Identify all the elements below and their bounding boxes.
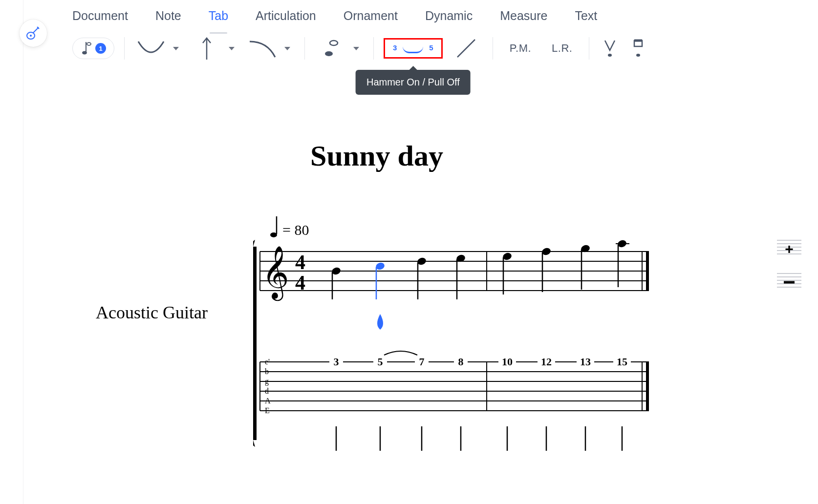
palm-mute-button[interactable]: P.M. (503, 38, 538, 59)
tab-fret-m2-4: 15 (617, 356, 627, 368)
treble-staff: 𝄞 4 4 (260, 239, 649, 301)
svg-point-4 (330, 41, 338, 45)
tab-string-4: d (265, 387, 269, 395)
tab-fret-m1-4: 8 (458, 356, 464, 368)
bend-icon (247, 38, 278, 59)
menu-articulation[interactable]: Articulation (256, 9, 316, 23)
system-bracket (253, 247, 257, 440)
tooltip: Hammer On / Pull Off (356, 70, 471, 95)
note-m1-4 (455, 253, 466, 299)
ghost-note-button[interactable] (315, 35, 348, 62)
score-title: Sunny day (23, 139, 730, 173)
note-m2-4 (617, 239, 627, 287)
menu-ornament[interactable]: Ornament (344, 9, 398, 23)
time-sig-bottom: 4 (295, 272, 305, 294)
tab-fret-m2-1: 10 (502, 356, 513, 368)
remove-measure-button[interactable] (777, 273, 801, 292)
upstroke-button[interactable] (190, 35, 223, 62)
score-view: = 80 (253, 216, 659, 490)
menu-dynamic[interactable]: Dynamic (425, 9, 473, 23)
tab-string-5: A (265, 397, 271, 405)
svg-point-5 (325, 51, 333, 56)
upbow-button[interactable] (599, 35, 621, 62)
upstroke-dropdown[interactable] (224, 35, 239, 62)
svg-point-1 (82, 51, 87, 55)
slur-small-icon (403, 46, 423, 53)
slide-icon (454, 37, 478, 60)
slur-button[interactable] (134, 35, 168, 62)
svg-rect-19 (646, 252, 649, 291)
ghost-note-icon (323, 38, 340, 59)
bend-dropdown[interactable] (280, 35, 295, 62)
note-m2-3 (580, 244, 591, 290)
guitar-icon (26, 26, 41, 41)
svg-line-6 (457, 40, 475, 57)
treble-clef-icon: 𝄞 (262, 246, 289, 301)
tab-staff: e' b g d A E 3 5 7 (260, 351, 649, 451)
tab-fret-m1-3: 7 (419, 356, 425, 368)
app-logo[interactable] (20, 20, 47, 47)
toolbar: 1 (23, 32, 818, 65)
tab-fret-m2-3: 13 (580, 356, 591, 368)
note-icon (81, 41, 91, 56)
menu-tab[interactable]: Tab (209, 9, 228, 23)
let-ring-button[interactable]: L.R. (545, 38, 579, 59)
svg-point-9 (636, 54, 640, 57)
voice-badge: 1 (95, 43, 106, 54)
tab-fret-m1-1: 3 (334, 356, 339, 368)
up-arrow-icon (201, 36, 213, 61)
tab-fret-m2-2: 12 (541, 356, 552, 368)
tempo-text: = 80 (282, 222, 309, 238)
svg-point-65 (30, 35, 32, 37)
tab-hopo-arc (384, 351, 417, 355)
note-m2-2 (541, 247, 552, 292)
svg-point-7 (608, 54, 612, 57)
voice-selector[interactable]: 1 (72, 38, 114, 59)
downbow-button[interactable] (627, 35, 649, 62)
menu-document[interactable]: Document (72, 9, 128, 23)
svg-point-11 (270, 232, 277, 237)
menubar: Document Note Tab Articulation Ornament … (23, 0, 818, 32)
tab-string-6: E (265, 406, 270, 415)
add-measure-button[interactable]: + (777, 240, 801, 258)
hopo-to: 5 (429, 43, 433, 52)
score-canvas[interactable]: Sunny day Acoustic Guitar + (23, 65, 818, 504)
tab-string-2: b (265, 367, 269, 376)
hopo-from: 3 (393, 43, 397, 52)
instrument-label: Acoustic Guitar (96, 302, 208, 323)
bend-button[interactable] (246, 35, 279, 62)
svg-rect-46 (646, 362, 649, 411)
downbow-icon (631, 39, 645, 58)
upbow-icon (603, 39, 617, 58)
tab-string-3: g (265, 377, 269, 386)
ghost-note-dropdown[interactable] (349, 35, 364, 62)
slur-icon (135, 38, 167, 59)
tab-fret-m1-2: 5 (378, 356, 383, 368)
menu-measure[interactable]: Measure (500, 9, 547, 23)
tempo-note-icon (270, 216, 277, 237)
hammer-pull-button[interactable]: 3 5 Hammer On / Pull Off (384, 38, 443, 59)
tab-string-1: e' (265, 357, 270, 366)
time-sig-top: 4 (295, 251, 305, 273)
slur-dropdown[interactable] (169, 35, 183, 62)
minus-icon (784, 281, 795, 284)
note-m1-1 (331, 266, 342, 299)
svg-point-2 (87, 42, 91, 45)
note-m1-3 (416, 256, 427, 299)
selection-caret-icon (377, 314, 383, 330)
menu-text[interactable]: Text (575, 9, 597, 23)
slide-button[interactable] (450, 35, 483, 62)
menu-note[interactable]: Note (155, 9, 181, 23)
note-m2-1 (502, 252, 513, 294)
